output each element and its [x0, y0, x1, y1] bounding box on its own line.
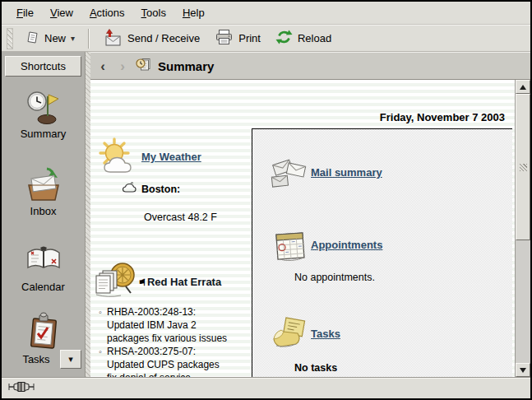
- print-button[interactable]: Print: [207, 26, 268, 51]
- tasks-summary-icon: [270, 317, 309, 355]
- tasks-empty-text: No tasks: [294, 362, 337, 374]
- weather-condition: Overcast 48.2 F: [144, 212, 217, 223]
- folder-title: Summary: [158, 59, 214, 73]
- menu-help[interactable]: Help: [174, 3, 213, 22]
- sidebar-item-calendar[interactable]: [2, 241, 85, 281]
- my-weather-link[interactable]: My Weather: [141, 151, 201, 163]
- mail-summary-link[interactable]: Mail summary: [311, 166, 382, 179]
- scrollbar-thumb[interactable]: [516, 94, 530, 240]
- weather-location: Boston:: [141, 184, 180, 195]
- shortcuts-label: Shortcuts: [21, 60, 66, 72]
- send-receive-icon: [103, 29, 123, 49]
- toolbar: New ▾ Send / Receive Print Reload: [2, 25, 530, 52]
- appointments-empty-text: No appointments.: [294, 272, 375, 283]
- print-icon: [215, 29, 234, 48]
- sidebar-item-inbox[interactable]: [2, 165, 85, 207]
- online-status-icon: [8, 381, 36, 396]
- reload-icon: [275, 29, 293, 48]
- errata-list-item[interactable]: ◦RHBA-2003:248-13: Updated IBM Java 2 pa…: [99, 305, 248, 345]
- menu-tools[interactable]: Tools: [133, 3, 174, 22]
- scrollbar-track[interactable]: [516, 94, 530, 363]
- red-hat-errata-icon: [93, 261, 139, 305]
- calendar-icon: [25, 241, 62, 281]
- toolbar-separator: [88, 29, 90, 49]
- sidebar-label-summary[interactable]: Summary: [2, 128, 85, 140]
- menu-view[interactable]: View: [42, 3, 81, 22]
- flag-icon: ⚑: [138, 277, 146, 288]
- reload-label: Reload: [298, 32, 331, 44]
- appointments-icon: [273, 230, 309, 267]
- sidebar-label-calendar[interactable]: Calendar: [2, 281, 85, 293]
- sidebar-item-tasks[interactable]: [2, 312, 85, 355]
- shortcut-bar: Shortcuts Summary Inbox Calendar Tasks ▾: [2, 52, 85, 377]
- summary-date: Friday, November 7 2003: [380, 111, 505, 123]
- red-hat-errata-title: ⚑Red Hat Errata: [138, 276, 221, 288]
- status-bar: [2, 377, 530, 398]
- menubar: File View Actions Tools Help: [2, 2, 530, 25]
- reload-button[interactable]: Reload: [268, 26, 339, 51]
- vertical-scrollbar: [515, 80, 530, 377]
- folder-title-bar: ‹ › Summary: [90, 52, 530, 80]
- weather-icon: [97, 137, 140, 182]
- scroll-down-button[interactable]: [516, 363, 530, 377]
- pane-splitter[interactable]: [85, 52, 90, 377]
- scrollbar-grip-icon: [520, 164, 527, 171]
- toolbar-drag-handle[interactable]: [7, 28, 13, 49]
- triangle-down-icon: [520, 368, 526, 373]
- summary-mini-icon: [135, 57, 151, 75]
- shortcut-group-dropdown-button[interactable]: ▾: [60, 350, 81, 369]
- inbox-icon: [25, 165, 62, 207]
- errata-list-item[interactable]: ◦RHSA-2003:275-07: Updated CUPS packages…: [99, 345, 248, 377]
- errata-list: ◦RHBA-2003:248-13: Updated IBM Java 2 pa…: [99, 305, 248, 377]
- back-button[interactable]: ‹: [95, 59, 110, 73]
- new-button[interactable]: New ▾: [18, 27, 82, 50]
- appointments-link[interactable]: Appointments: [311, 239, 382, 251]
- shortcuts-group-button[interactable]: Shortcuts: [5, 56, 81, 77]
- weather-location-row: Boston:: [122, 182, 180, 197]
- mail-summary-icon: [270, 156, 309, 193]
- sidebar-label-inbox[interactable]: Inbox: [2, 205, 85, 217]
- tasks-icon: [25, 312, 62, 355]
- send-receive-label: Send / Receive: [127, 32, 200, 44]
- sidebar-item-summary[interactable]: [2, 88, 85, 129]
- sidebar-label-tasks[interactable]: Tasks: [12, 353, 61, 365]
- chevron-down-icon: ▾: [68, 354, 73, 365]
- summary-icon: [25, 88, 62, 129]
- menu-actions[interactable]: Actions: [81, 3, 133, 22]
- chevron-down-icon: ▾: [71, 35, 75, 43]
- evolution-window: File View Actions Tools Help New ▾ Send …: [0, 0, 532, 400]
- bullet-icon: ◦: [99, 345, 102, 358]
- send-receive-button[interactable]: Send / Receive: [95, 26, 207, 52]
- scroll-up-button[interactable]: [516, 80, 530, 94]
- tasks-link[interactable]: Tasks: [311, 328, 340, 340]
- new-button-label: New: [44, 32, 66, 44]
- bullet-icon: ◦: [99, 305, 102, 319]
- print-label: Print: [238, 32, 261, 44]
- menu-file[interactable]: File: [8, 3, 42, 22]
- forward-button[interactable]: ›: [115, 59, 130, 73]
- triangle-up-icon: [520, 85, 526, 90]
- summary-page: Friday, November 7 2003 My Weather Bosto…: [90, 80, 515, 377]
- new-note-icon: [25, 30, 39, 47]
- cloud-icon: [122, 182, 136, 197]
